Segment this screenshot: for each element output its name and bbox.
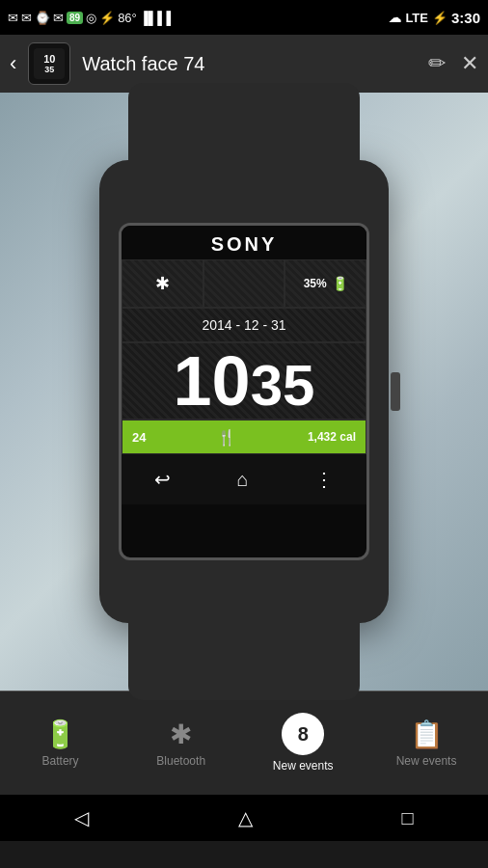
page-title: Watch face 74 [82, 53, 417, 75]
watch-body: SONY ✱ 35% 🔋 2014 - 12 - 31 [99, 160, 389, 623]
bluetooth-watch-icon: ✱ [155, 273, 170, 294]
status-time: 3:30 [451, 10, 480, 26]
battery-icon: ⌚ [35, 11, 50, 25]
time-display: 1035 [122, 342, 366, 420]
temp-icon: 86° [118, 11, 137, 25]
battery-percent-label: 35% [304, 277, 327, 290]
new-events-label: New events [273, 759, 334, 773]
network-icon: LTE [405, 11, 428, 25]
watch-thumbnail: 10 35 [28, 42, 70, 85]
signal-icon: ▐▌▌▌ [140, 11, 176, 25]
edit-button[interactable]: ✏ [428, 51, 446, 76]
status-bar: ✉ ✉ ⌚ ✉ 89 ◎ ⚡ 86° ▐▌▌▌ ☁ LTE ⚡ 3:30 [0, 0, 488, 35]
home-watch-icon[interactable]: ⌂ [236, 469, 248, 491]
date-label: 2014 - 12 - 31 [202, 317, 285, 333]
bluetooth-tab-icon: ✱ [170, 719, 192, 750]
status-right-area: ☁ LTE ⚡ 3:30 [389, 10, 480, 26]
events-tab-icon: 📋 [410, 719, 444, 750]
android-back-icon[interactable]: ◁ [74, 806, 89, 829]
bluetooth-top-icon: ☁ [389, 11, 401, 25]
notification-badge: 89 [67, 12, 83, 24]
status-notifications: ✉ ✉ ⌚ ✉ 89 ◎ ⚡ 86° ▐▌▌▌ [8, 11, 176, 25]
top-bar-actions: ✏ ✕ [428, 51, 478, 76]
tab-battery[interactable]: 🔋 Battery [22, 711, 99, 775]
tab-events[interactable]: 📋 New events [387, 711, 467, 775]
battery-watch-icon: 🔋 [332, 276, 348, 291]
bottom-tab-bar: 🔋 Battery ✱ Bluetooth 8 New events 📋 New… [0, 691, 488, 795]
events-tab-label: New events [396, 754, 457, 768]
android-nav-bar: ◁ △ □ [0, 795, 488, 841]
battery-cell: 35% 🔋 [285, 259, 366, 308]
middle-cell [203, 259, 285, 308]
watch-strap-top [128, 83, 360, 170]
minute-display: 35 [251, 353, 315, 418]
battery-tab-label: Battery [42, 754, 79, 768]
screen-header: SONY [122, 226, 366, 259]
clock-time: 1035 [174, 346, 315, 416]
bluetooth-status-icon: ⚡ [99, 11, 115, 25]
activity-bar: 24 🍴 1,432 cal [122, 420, 366, 454]
watch-strap-bottom [128, 613, 360, 700]
gmail-icon: ✉ [8, 11, 18, 25]
tab-new-events[interactable]: 8 New events [263, 705, 343, 780]
hour-display: 10 [174, 342, 251, 420]
close-button[interactable]: ✕ [461, 51, 478, 76]
gmail-icon-2: ✉ [21, 11, 32, 25]
back-button[interactable]: ‹ [10, 51, 16, 76]
watch-crown [391, 372, 400, 411]
tab-bluetooth[interactable]: ✱ Bluetooth [143, 711, 220, 775]
android-recents-icon[interactable]: □ [402, 807, 414, 829]
main-content: SONY ✱ 35% 🔋 2014 - 12 - 31 [0, 93, 488, 691]
watch-grid: ✱ 35% 🔋 2014 - 12 - 31 1035 [122, 259, 366, 454]
battery-status: ⚡ [432, 11, 447, 25]
steps-label: 24 [132, 430, 146, 445]
menu-watch-icon[interactable]: ⋮ [314, 468, 334, 491]
mail-icon: ✉ [53, 11, 64, 25]
watch-screen: SONY ✱ 35% 🔋 2014 - 12 - 31 [119, 223, 369, 560]
calories-label: 1,432 cal [308, 430, 356, 444]
new-events-badge: 8 [282, 713, 324, 755]
android-home-icon[interactable]: △ [238, 806, 253, 829]
circle-icon: ◎ [86, 11, 96, 25]
bluetooth-tab-label: Bluetooth [156, 754, 205, 768]
battery-tab-icon: 🔋 [43, 719, 77, 750]
activity-icon: 🍴 [217, 428, 236, 447]
watch-nav-row: ↩ ⌂ ⋮ [122, 454, 366, 504]
bluetooth-cell: ✱ [122, 259, 203, 308]
back-watch-icon[interactable]: ↩ [154, 468, 171, 491]
brand-logo: SONY [122, 233, 366, 256]
watch-thumb-face: 10 35 [34, 48, 65, 79]
date-display: 2014 - 12 - 31 [122, 308, 366, 342]
